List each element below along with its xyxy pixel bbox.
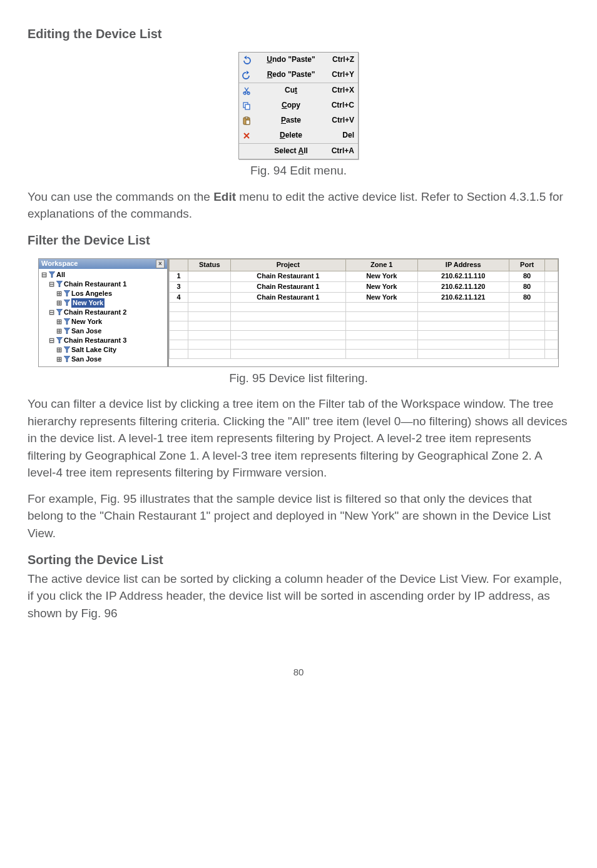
figure-edit-menu: Undo "Paste" Ctrl+Z Redo "Paste" Ctrl+Y … [28,52,569,179]
funnel-icon [56,281,63,287]
table-row[interactable] [170,331,558,340]
table-cell [188,281,231,292]
menu-label: Select All [255,146,327,156]
edit-menu: Undo "Paste" Ctrl+Z Redo "Paste" Ctrl+Y … [238,52,359,159]
table-cell [188,292,231,303]
funnel-icon [64,300,70,306]
table-cell: Chain Restaurant 1 [231,292,346,303]
figure-device-list: Workspace × ⊟All ⊟Chain Restaurant 1 ⊞Lo… [38,258,559,367]
table-cell [545,281,558,292]
menu-item-delete[interactable]: Delete Del [239,128,358,143]
paragraph-edit-intro: You can use the commands on the Edit men… [28,188,569,223]
table-row[interactable] [170,312,558,321]
undo-icon [242,55,252,65]
table-row[interactable] [170,340,558,350]
blank-icon [242,146,252,156]
tree-item-ny-selected[interactable]: ⊞New York [40,298,166,308]
tree-item-slc[interactable]: ⊞Salt Lake City [40,345,166,355]
table-row[interactable] [170,350,558,359]
workspace-pane: Workspace × ⊟All ⊟Chain Restaurant 1 ⊞Lo… [39,259,168,366]
menu-shortcut: Ctrl+V [327,115,354,126]
table-cell [545,331,558,340]
table-cell [231,303,346,312]
table-cell [345,331,417,340]
tree-item-ny2[interactable]: ⊞New York [40,317,166,326]
workspace-title: Workspace [41,259,78,269]
tree-item-sj2[interactable]: ⊞San Jose [40,355,166,364]
table-cell [417,331,509,340]
tree-item-cr2[interactable]: ⊟Chain Restaurant 2 [40,308,166,317]
menu-item-redo[interactable]: Redo "Paste" Ctrl+Y [239,68,358,83]
tree-item-cr1[interactable]: ⊟Chain Restaurant 1 [40,280,166,289]
table-cell [509,340,545,350]
table-cell [345,303,417,312]
menu-item-copy[interactable]: Copy Ctrl+C [239,98,358,113]
table-cell [545,271,558,281]
menu-item-cut[interactable]: Cut Ctrl+X [239,83,358,98]
tree-item-la[interactable]: ⊞Los Angeles [40,289,166,298]
table-cell [545,303,558,312]
menu-item-select-all[interactable]: Select All Ctrl+A [239,144,358,159]
funnel-icon [64,318,70,325]
menu-item-paste[interactable]: Paste Ctrl+V [239,113,358,128]
table-cell [509,331,545,340]
table-cell: 210.62.11.121 [417,292,509,303]
table-cell [170,331,188,340]
tree-item-cr3[interactable]: ⊟Chain Restaurant 3 [40,336,166,345]
table-cell: 80 [509,281,545,292]
table-cell [170,350,188,359]
tree-item-sj[interactable]: ⊞San Jose [40,326,166,336]
menu-item-undo[interactable]: Undo "Paste" Ctrl+Z [239,53,358,68]
redo-icon [242,70,252,80]
table-cell [545,321,558,331]
col-header-ip[interactable]: IP Address [417,259,509,271]
col-header-status[interactable]: Status [188,259,231,271]
copy-icon [242,101,252,111]
table-cell [188,321,231,331]
table-cell [231,340,346,350]
table-row[interactable]: 1Chain Restaurant 1New York210.62.11.110… [170,271,558,281]
col-header-index[interactable] [170,259,188,271]
table-cell [417,340,509,350]
table-row[interactable] [170,321,558,331]
table-cell [417,350,509,359]
table-row[interactable]: 3Chain Restaurant 1New York210.62.11.120… [170,281,558,292]
table-cell [345,321,417,331]
delete-icon [242,131,252,141]
col-header-zone1[interactable]: Zone 1 [345,259,417,271]
table-row[interactable] [170,303,558,312]
funnel-icon [64,328,70,334]
menu-label: Cut [255,85,327,96]
table-cell [509,303,545,312]
table-cell [509,312,545,321]
table-row[interactable]: 4Chain Restaurant 1New York210.62.11.121… [170,292,558,303]
funnel-icon [49,271,55,278]
svg-rect-6 [246,120,250,124]
table-cell [545,292,558,303]
table-cell [345,350,417,359]
menu-shortcut: Ctrl+X [327,85,354,96]
funnel-icon [56,337,63,343]
table-cell [170,340,188,350]
menu-shortcut: Del [327,130,354,141]
col-header-port[interactable]: Port [509,259,545,271]
menu-shortcut: Ctrl+A [327,146,354,156]
workspace-titlebar: Workspace × [39,259,167,269]
table-cell: 3 [170,281,188,292]
filter-tree: ⊟All ⊟Chain Restaurant 1 ⊞Los Angeles ⊞N… [39,269,167,365]
svg-rect-3 [245,104,250,109]
close-icon[interactable]: × [156,260,165,268]
table-cell: 210.62.11.120 [417,281,509,292]
menu-shortcut: Ctrl+C [327,100,354,111]
table-cell [170,303,188,312]
page-number: 80 [28,665,569,679]
table-cell [509,321,545,331]
table-cell [345,340,417,350]
table-cell [188,303,231,312]
tree-item-all[interactable]: ⊟All [40,270,166,280]
heading-filter: Filter the Device List [28,231,569,250]
col-header-project[interactable]: Project [231,259,346,271]
menu-label: Paste [255,115,327,126]
table-cell [417,303,509,312]
menu-shortcut: Ctrl+Z [327,54,354,65]
